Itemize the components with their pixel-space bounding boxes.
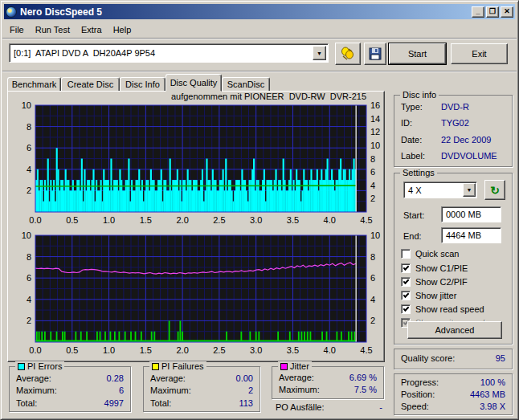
exit-button[interactable]: Exit <box>451 43 508 64</box>
checkbox-show-c1-pie[interactable]: Show C1/PIE <box>401 263 468 273</box>
svg-text:4: 4 <box>27 165 31 174</box>
svg-text:2: 2 <box>27 186 31 195</box>
stat-value: 6 <box>119 385 124 395</box>
svg-text:2.0: 2.0 <box>176 215 188 225</box>
speed-select[interactable]: 4 X ▼ <box>403 181 477 198</box>
checkbox-show-c2-pif[interactable]: Show C2/PIF <box>401 277 468 287</box>
svg-text:12: 12 <box>370 127 380 137</box>
svg-text:8: 8 <box>370 252 375 262</box>
end-position-field[interactable]: 4464 MB <box>441 227 501 243</box>
speed-value: 3.98 X <box>480 402 505 411</box>
disc-info-title: Disc info <box>400 90 439 100</box>
svg-text:6: 6 <box>27 143 31 153</box>
checkbox-label: Show jitter <box>415 291 456 300</box>
svg-text:4: 4 <box>370 181 375 190</box>
menu-item-extra[interactable]: Extra <box>76 23 108 36</box>
disc-id-value: TYG02 <box>441 118 469 128</box>
menubar: File Run Test Extra Help <box>4 22 515 37</box>
po-failures-row: PO Ausfälle: - <box>276 402 382 412</box>
close-button[interactable]: ✕ <box>501 6 513 18</box>
svg-text:3.0: 3.0 <box>250 215 262 225</box>
refresh-button[interactable]: ↻ <box>484 180 505 200</box>
disc-type-value: DVD-R <box>441 102 469 112</box>
quality-score-label: Quality score: <box>401 353 455 363</box>
svg-text:16: 16 <box>370 102 380 110</box>
end-position-label: End: <box>403 231 422 241</box>
pi-failures-title: PI Failures <box>161 361 204 371</box>
jitter-pif-chart: 0.00.51.01.52.02.53.03.54.04.52468102468… <box>9 232 383 359</box>
start-position-field[interactable]: 0000 MB <box>441 206 501 222</box>
svg-text:3.5: 3.5 <box>287 345 299 355</box>
checkbox-icon <box>401 304 411 314</box>
tab-scandisc[interactable]: ScanDisc <box>222 77 270 92</box>
start-position-label: Start: <box>403 210 424 220</box>
disc-date-value: 22 Dec 2009 <box>441 135 491 145</box>
checkbox-show-jitter[interactable]: Show jitter <box>401 291 456 300</box>
position-label: Position: <box>401 389 435 399</box>
po-failures-label: PO Ausfälle: <box>276 402 325 412</box>
tab-benchmark[interactable]: Benchmark <box>7 77 61 92</box>
stat-label: Total: <box>16 398 37 408</box>
tab-disc-quality[interactable]: Disc Quality <box>166 74 222 92</box>
settings-title: Settings <box>400 168 437 177</box>
progress-box: Progress:100 % Position:4463 MB Speed:3.… <box>394 373 513 415</box>
svg-text:3.5: 3.5 <box>287 215 299 225</box>
svg-text:2: 2 <box>27 316 31 325</box>
stat-label: Maximum: <box>279 385 320 394</box>
jitter-swatch <box>280 363 288 370</box>
checkbox-icon <box>401 277 411 287</box>
pi-failures-swatch <box>152 363 159 370</box>
jitter-title: Jitter <box>290 361 309 371</box>
svg-text:0.0: 0.0 <box>29 215 41 225</box>
svg-text:2.5: 2.5 <box>213 215 225 225</box>
svg-text:10: 10 <box>370 232 380 240</box>
svg-text:1.0: 1.0 <box>103 215 115 225</box>
drive-select[interactable]: [0:1] ATAPI DVD A DH20A4P 9P54 ▼ <box>9 43 329 63</box>
settings-box: Settings 4 X ▼ ↻ Start: 0000 MB End: 446… <box>394 173 513 345</box>
chart-header: aufgenommen mit PIONEER DVD-RW DVR-215 <box>7 92 366 101</box>
speed-select-value: 4 X <box>404 186 463 195</box>
drive-select-value: [0:1] ATAPI DVD A DH20A4P 9P54 <box>10 48 313 58</box>
drive-select-arrow[interactable]: ▼ <box>313 46 326 60</box>
window-title: Nero DiscSpeed 5 <box>20 6 102 18</box>
stat-label: Average: <box>16 373 51 383</box>
checkbox-quick-scan[interactable]: Quick scan <box>401 249 459 259</box>
speed-label: Speed: <box>401 402 429 411</box>
save-button[interactable] <box>364 43 386 65</box>
checkbox-icon <box>401 263 411 273</box>
tab-disc-info[interactable]: Disc Info <box>120 77 166 92</box>
svg-text:1.0: 1.0 <box>103 345 115 355</box>
pi-errors-box: PI Errors Average:0.28 Maximum:6 Total:4… <box>9 366 131 412</box>
stat-value: 0.00 <box>236 373 253 383</box>
po-failures-value: - <box>379 402 382 412</box>
app-window: Nero DiscSpeed 5 _ ❐ ✕ File Run Test Ext… <box>0 0 519 420</box>
menu-item-help[interactable]: Help <box>108 23 137 36</box>
stat-value: 0.28 <box>107 373 124 383</box>
tools-icon <box>340 47 356 61</box>
toolbar-separator <box>2 71 517 72</box>
svg-text:0.5: 0.5 <box>66 345 78 355</box>
svg-text:2.0: 2.0 <box>176 345 188 355</box>
stat-value: 7.5 % <box>354 385 377 394</box>
app-icon <box>6 6 17 18</box>
disc-date-label: Date: <box>401 135 422 145</box>
checkbox-label: Show C2/PIF <box>415 277 468 287</box>
stat-value: 4997 <box>104 398 124 408</box>
checkbox-show-read-speed[interactable]: Show read speed <box>401 304 484 314</box>
start-button[interactable]: Start <box>389 43 446 64</box>
menu-item-run-test[interactable]: Run Test <box>30 23 76 36</box>
maximize-button[interactable]: ❐ <box>486 6 499 18</box>
stat-value: 113 <box>239 398 253 408</box>
progress-label: Progress: <box>401 377 439 387</box>
progress-value: 100 % <box>480 377 505 387</box>
minimize-button[interactable]: _ <box>472 6 484 18</box>
speed-select-arrow[interactable]: ▼ <box>463 183 476 197</box>
menu-item-file[interactable]: File <box>4 23 30 36</box>
stat-label: Average: <box>150 373 186 383</box>
options-button[interactable] <box>335 43 361 65</box>
advanced-button[interactable]: Advanced <box>407 321 502 339</box>
tab-create-disc[interactable]: Create Disc <box>61 77 120 92</box>
titlebar[interactable]: Nero DiscSpeed 5 _ ❐ ✕ <box>4 4 515 19</box>
stat-label: Maximum: <box>150 385 191 395</box>
svg-text:0.0: 0.0 <box>29 345 41 355</box>
